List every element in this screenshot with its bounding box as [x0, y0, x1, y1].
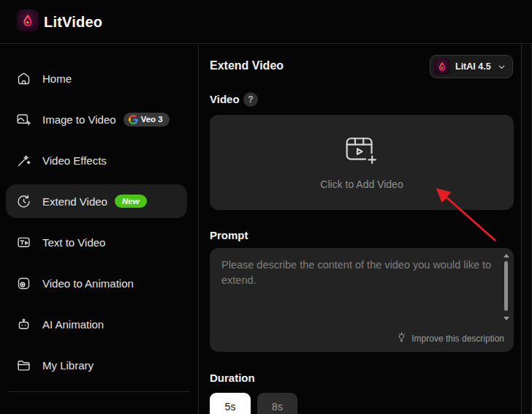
- sidebar-item-video-to-animation[interactable]: Video to Animation: [6, 266, 187, 300]
- litvideo-logo-icon[interactable]: [17, 10, 39, 31]
- litai-logo-icon: [434, 59, 450, 75]
- page-title: Extend Video: [210, 59, 284, 72]
- sidebar-item-image-to-video[interactable]: Image to Video Veo 3: [6, 102, 187, 136]
- sidebar-item-label: AI Animation: [42, 318, 104, 331]
- my-library-icon: [16, 358, 31, 373]
- lightbulb-icon: [396, 332, 407, 345]
- page-scrollbar[interactable]: [521, 45, 532, 414]
- sidebar-item-label: My Library: [42, 359, 94, 372]
- duration-option-5s[interactable]: 5s: [210, 393, 251, 414]
- sidebar: Home Image to Video Veo 3 Video Effe: [0, 45, 199, 414]
- sidebar-item-label: Image to Video: [42, 113, 116, 126]
- text-to-video-icon: [16, 235, 31, 250]
- sidebar-item-my-library[interactable]: My Library: [6, 348, 187, 382]
- sidebar-item-home[interactable]: Home: [6, 61, 187, 95]
- app-title: LitVideo: [44, 0, 102, 44]
- improve-description-label: Improve this description: [411, 334, 504, 344]
- topbar: LitVideo: [0, 0, 532, 44]
- app-window: LitVideo Home Image to Video Veo 3: [0, 0, 532, 414]
- sidebar-item-label: Home: [42, 72, 72, 85]
- sidebar-item-ai-animation[interactable]: AI Animation: [6, 307, 187, 341]
- video-add-icon: [345, 135, 379, 168]
- upload-hint-text: Click to Add Video: [320, 178, 403, 190]
- model-selector-label: LitAI 4.5: [455, 61, 491, 72]
- sidebar-divider: [7, 391, 190, 392]
- home-icon: [16, 71, 31, 86]
- ai-animation-icon: [16, 317, 31, 332]
- veo3-badge-label: Veo 3: [141, 115, 163, 124]
- sidebar-item-video-effects[interactable]: Video Effects: [6, 143, 187, 177]
- sidebar-item-extend-video[interactable]: Extend Video New: [6, 184, 187, 218]
- improve-description-button[interactable]: Improve this description: [396, 332, 504, 345]
- google-g-icon: [129, 115, 138, 124]
- duration-section-label: Duration: [210, 372, 255, 384]
- video-effects-icon: [16, 153, 31, 168]
- sidebar-item-text-to-video[interactable]: Text to Video: [6, 225, 187, 259]
- sidebar-item-label: Video Effects: [42, 154, 107, 167]
- duration-option-8s[interactable]: 8s: [257, 393, 297, 414]
- video-help-icon[interactable]: ?: [243, 92, 258, 107]
- extend-video-icon: [16, 194, 31, 209]
- chevron-down-icon: [498, 63, 506, 71]
- video-to-animation-icon: [16, 276, 31, 291]
- sidebar-item-label: Extend Video: [42, 195, 107, 208]
- model-selector-button[interactable]: LitAI 4.5: [430, 55, 513, 78]
- sidebar-item-label: Text to Video: [42, 236, 105, 249]
- new-badge: New: [115, 195, 147, 208]
- image-to-video-icon: [16, 112, 31, 127]
- add-video-dropzone[interactable]: Click to Add Video: [210, 115, 514, 210]
- new-badge-label: New: [122, 197, 140, 206]
- prompt-section-label: Prompt: [210, 229, 248, 241]
- video-section-label: Video: [210, 93, 240, 105]
- sidebar-item-label: Video to Animation: [42, 277, 134, 290]
- prompt-box: Improve this description: [210, 248, 514, 352]
- veo3-badge: Veo 3: [123, 113, 170, 127]
